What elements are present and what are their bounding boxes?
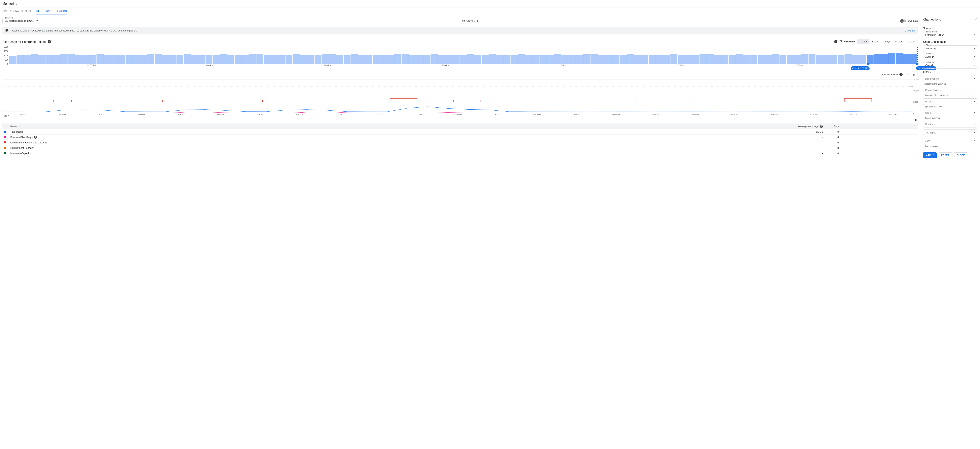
chevron-down-icon bbox=[974, 140, 975, 142]
close-button[interactable]: CLOSE bbox=[954, 152, 968, 158]
section-filters: Filters bbox=[923, 70, 977, 74]
detail-plot bbox=[3, 80, 913, 113]
copy-url-button[interactable]: COPY URL bbox=[462, 19, 479, 22]
svg-rect-7 bbox=[916, 119, 916, 121]
overview-chart[interactable]: 0500100015002000 12:00 PM3:00 PM6:00 PM9… bbox=[2, 47, 918, 68]
svg-rect-1 bbox=[914, 74, 914, 75]
info-icon bbox=[5, 29, 8, 32]
chevron-down-icon bbox=[974, 56, 975, 58]
chevron-down-icon bbox=[974, 47, 975, 50]
main-content: Location US (multiple regions in Un... C… bbox=[0, 15, 920, 161]
reset-button[interactable]: RESET bbox=[938, 152, 952, 158]
dismiss-button[interactable]: DISMISS bbox=[905, 29, 915, 32]
parent-folders-helper: 10 parent folders maximum bbox=[923, 94, 977, 96]
table-row[interactable]: Borrowed Slot Usage?-0 bbox=[2, 134, 918, 140]
svg-rect-0 bbox=[913, 74, 913, 76]
col-slots[interactable]: Slots bbox=[825, 123, 841, 129]
location-select[interactable]: Location US (multiple regions in Un... bbox=[2, 18, 40, 24]
chevron-down-icon bbox=[36, 19, 38, 22]
range-pill-1-day[interactable]: ✓1 day bbox=[857, 39, 869, 44]
section-scope: Scope bbox=[923, 27, 977, 30]
line-chart-button[interactable] bbox=[904, 72, 911, 77]
jobs-helper: 10 jobs maximum bbox=[923, 145, 977, 147]
chevron-down-icon bbox=[974, 131, 975, 134]
detail-chart[interactable]: 05,00010,00015,000 9:05 AM9:10 AM9:15 AM… bbox=[2, 80, 918, 117]
billing-model-select[interactable]: Billing model Enterprise Edition bbox=[923, 32, 977, 38]
page-title: Monitoring bbox=[0, 0, 980, 8]
refresh-icon bbox=[839, 40, 843, 43]
svg-rect-8 bbox=[917, 119, 917, 121]
section-chart-config: Chart Configuration bbox=[923, 40, 977, 43]
columns-icon[interactable] bbox=[915, 118, 918, 122]
tab-resource-utilization[interactable]: RESOURCE UTILIZATION bbox=[37, 8, 67, 15]
apply-button[interactable]: APPLY bbox=[923, 152, 937, 158]
chevron-down-icon bbox=[974, 34, 975, 37]
users-select[interactable]: Users bbox=[923, 110, 977, 116]
chart-select[interactable]: Chart Slot Usage bbox=[923, 45, 977, 52]
overview-x-axis: 12:00 PM3:00 PM6:00 PM9:00 PMOct 153:00 … bbox=[9, 64, 918, 68]
range-pill-3-days[interactable]: 3 days bbox=[870, 39, 881, 44]
help-icon[interactable]: ? bbox=[899, 73, 903, 76]
help-icon[interactable]: ? bbox=[820, 125, 823, 128]
range-pill-30-days[interactable]: 30 days bbox=[905, 39, 918, 44]
reservations-helper: 10 reservations maximum bbox=[923, 83, 977, 85]
help-icon[interactable]: ? bbox=[48, 40, 51, 43]
range-pill-7-days[interactable]: 7 days bbox=[881, 39, 892, 44]
minus-icon: − bbox=[900, 19, 904, 23]
metric-select[interactable]: Metric Average bbox=[923, 54, 977, 60]
banner-text: Resource charts may load stale data to i… bbox=[12, 29, 137, 32]
panel-title: Chart options bbox=[923, 18, 941, 21]
live-data-label: Live data bbox=[908, 19, 918, 22]
interval-label: 1 minute interval bbox=[882, 73, 898, 76]
legend-table: Name ↓ Average slot usage ? Slots Total … bbox=[2, 123, 918, 156]
chart-title: Slot Usage for Enterprise Edition bbox=[2, 40, 46, 43]
table-row[interactable]: Total Usage673.310 bbox=[2, 129, 918, 135]
live-data-toggle[interactable]: − bbox=[900, 19, 907, 22]
help-icon[interactable]: ? bbox=[834, 40, 837, 43]
reservations-select[interactable]: Reservations bbox=[923, 76, 977, 82]
chevron-down-icon bbox=[974, 123, 975, 126]
color-swatch bbox=[5, 131, 6, 133]
help-icon[interactable]: ? bbox=[34, 136, 37, 139]
refresh-button[interactable]: REFRESH bbox=[839, 40, 855, 43]
close-icon[interactable] bbox=[974, 18, 977, 21]
group-by-select[interactable]: Group by Overall bbox=[923, 62, 977, 69]
chevron-down-icon bbox=[974, 64, 975, 67]
chevron-down-icon bbox=[974, 89, 975, 92]
timezone-label: UTC-7 bbox=[3, 115, 9, 117]
time-range-selector: ✓1 day3 days7 days14 days30 days bbox=[857, 39, 918, 44]
table-row[interactable]: Commitment Capacity-0 bbox=[2, 145, 918, 151]
chevron-down-icon bbox=[974, 77, 975, 80]
bar-chart-button[interactable] bbox=[911, 72, 918, 77]
copy-url-label: COPY URL bbox=[466, 19, 479, 22]
col-name[interactable]: Name bbox=[8, 123, 793, 129]
tabs: OPERATIONAL HEALTH RESOURCE UTILIZATION bbox=[0, 8, 980, 15]
col-avg[interactable]: ↓ Average slot usage ? bbox=[793, 123, 825, 129]
jobs-select[interactable]: Jobs bbox=[923, 138, 977, 144]
link-icon bbox=[462, 19, 465, 22]
priorities-select[interactable]: Priorities bbox=[923, 121, 977, 128]
chart-options-panel: Chart options Scope Billing model Enterp… bbox=[920, 15, 980, 161]
color-swatch bbox=[5, 152, 6, 154]
projects-select[interactable]: Projects bbox=[923, 98, 977, 105]
bar-chart-icon bbox=[913, 73, 916, 76]
color-swatch bbox=[5, 147, 6, 149]
table-row[interactable]: Commitment + Autoscale Capacity-0 bbox=[2, 140, 918, 145]
svg-rect-3 bbox=[905, 86, 913, 86]
job-types-select[interactable]: Job Types bbox=[923, 129, 977, 136]
range-pill-14-days[interactable]: 14 days bbox=[892, 39, 905, 44]
location-value: US (multiple regions in Un... bbox=[5, 19, 34, 22]
sort-down-icon: ↓ bbox=[795, 125, 797, 128]
table-row[interactable]: Maximum Capacity-0 bbox=[2, 151, 918, 156]
users-helper: 10 users maximum bbox=[923, 117, 977, 119]
color-swatch bbox=[5, 141, 6, 144]
color-swatch bbox=[5, 136, 6, 138]
refresh-label: REFRESH bbox=[844, 40, 855, 43]
svg-rect-2 bbox=[915, 75, 915, 76]
tab-operational-health[interactable]: OPERATIONAL HEALTH bbox=[2, 8, 31, 15]
chevron-down-icon bbox=[974, 112, 975, 114]
detail-y-axis: 05,00010,00015,000 bbox=[913, 80, 918, 113]
svg-rect-5 bbox=[905, 102, 913, 102]
projects-helper: 10 projects maximum bbox=[923, 105, 977, 108]
parent-folders-select[interactable]: Parent Folders bbox=[923, 87, 977, 93]
